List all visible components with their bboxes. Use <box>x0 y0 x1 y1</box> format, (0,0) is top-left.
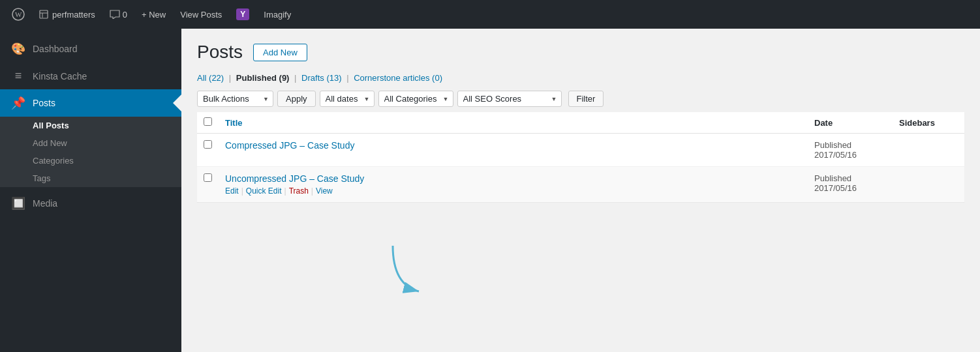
categories-wrapper: All Categories <box>378 91 453 107</box>
row2-title-cell: Uncompressed JPG – Case Study Edit | Qui… <box>219 167 808 203</box>
row1-checkbox-cell <box>197 134 219 167</box>
imagify-button[interactable]: Imagify <box>258 0 296 29</box>
bulk-actions-wrapper: Bulk Actions Edit Move to Trash <box>197 91 273 107</box>
row1-date-cell: Published 2017/05/16 <box>808 134 893 167</box>
arrow-annotation <box>380 239 458 298</box>
seo-wrapper: All SEO Scores Good OK Bad Not set <box>457 91 562 107</box>
filter-button[interactable]: Filter <box>568 91 604 107</box>
row2-view-link[interactable]: View <box>316 186 333 196</box>
row2-edit-link[interactable]: Edit <box>225 186 239 196</box>
sidebar-item-dashboard[interactable]: 🎨 Dashboard <box>0 35 181 63</box>
sidebar: 🎨 Dashboard ≡ Kinsta Cache 📌 Posts All P… <box>0 29 181 352</box>
col-select-all-header <box>197 112 219 134</box>
row1-sidebars-cell <box>893 134 964 167</box>
site-name-button[interactable]: perfmatters <box>34 0 100 29</box>
site-name-label: perfmatters <box>52 10 95 20</box>
col-sidebars-header: Sidebars <box>893 112 964 134</box>
sidebar-item-categories[interactable]: Categories <box>0 152 181 169</box>
row2-trash-link[interactable]: Trash <box>289 186 309 196</box>
wp-logo-button[interactable]: W <box>7 0 30 29</box>
row1-date-val: 2017/05/16 <box>814 150 857 160</box>
sidebar-item-media[interactable]: 🔲 Media <box>0 190 181 217</box>
sidebar-item-all-posts[interactable]: All Posts <box>0 117 181 134</box>
new-label: + New <box>142 10 166 20</box>
col-title-header: Title <box>219 112 808 134</box>
imagify-label: Imagify <box>264 10 291 20</box>
row2-checkbox[interactable] <box>204 173 212 182</box>
row2-date-val: 2017/05/16 <box>814 183 857 193</box>
posts-table: Title Date Sidebars Compres <box>197 112 964 202</box>
add-new-button[interactable]: Add New <box>253 44 307 61</box>
page-header: Posts Add New <box>197 42 964 63</box>
media-icon: 🔲 <box>10 196 26 211</box>
seo-select[interactable]: All SEO Scores Good OK Bad Not set <box>457 91 562 107</box>
row2-actions: Edit | Quick Edit | Trash | View <box>225 186 801 196</box>
table-row: Compressed JPG – Case Study Published 20… <box>197 134 964 167</box>
svg-text:W: W <box>15 10 22 18</box>
yoast-icon: Y <box>236 8 249 20</box>
row1-title-link[interactable]: Compressed JPG – Case Study <box>225 140 354 151</box>
comments-button[interactable]: 0 <box>104 0 132 29</box>
sidebar-item-posts-label: Posts <box>33 98 55 108</box>
posts-submenu: All Posts Add New Categories Tags <box>0 117 181 187</box>
table-row: Uncompressed JPG – Case Study Edit | Qui… <box>197 167 964 203</box>
view-posts-label: View Posts <box>180 10 222 20</box>
yoast-button[interactable]: Y <box>231 0 254 29</box>
row2-title-link[interactable]: Uncompressed JPG – Case Study <box>225 173 364 184</box>
admin-bar: W perfmatters 0 + New View Posts Y Imagi… <box>0 0 980 29</box>
sidebar-item-add-new[interactable]: Add New <box>0 134 181 152</box>
posts-icon: 📌 <box>10 96 26 110</box>
row1-checkbox[interactable] <box>204 140 212 149</box>
col-title-link[interactable]: Title <box>225 118 243 128</box>
sidebar-item-kinsta-cache[interactable]: ≡ Kinsta Cache <box>0 63 181 89</box>
comments-count: 0 <box>123 10 127 20</box>
select-all-checkbox[interactable] <box>204 117 212 126</box>
row2-date-status: Published <box>814 173 851 183</box>
new-content-button[interactable]: + New <box>136 0 171 29</box>
row2-sidebars-cell <box>893 167 964 203</box>
page-title: Posts <box>197 42 243 63</box>
filter-published-link[interactable]: Published (9) <box>236 73 290 83</box>
sidebar-item-tags[interactable]: Tags <box>0 169 181 187</box>
row1-date-status: Published <box>814 140 851 150</box>
tablenav: Bulk Actions Edit Move to Trash Apply Al… <box>197 91 964 107</box>
row1-title-cell: Compressed JPG – Case Study <box>219 134 808 167</box>
sidebar-item-kinsta-label: Kinsta Cache <box>33 71 87 81</box>
kinsta-icon: ≡ <box>10 69 26 83</box>
col-date-header: Date <box>808 112 893 134</box>
dates-select[interactable]: All dates 2017/05 <box>320 91 375 107</box>
bulk-actions-select[interactable]: Bulk Actions Edit Move to Trash <box>197 91 273 107</box>
dates-wrapper: All dates 2017/05 <box>320 91 375 107</box>
row2-quick-edit-link[interactable]: Quick Edit <box>246 186 282 196</box>
filter-links: All (22) | Published (9) | Drafts (13) |… <box>197 73 964 83</box>
view-posts-button[interactable]: View Posts <box>175 0 227 29</box>
sidebar-item-dashboard-label: Dashboard <box>33 44 78 54</box>
dashboard-icon: 🎨 <box>10 42 26 56</box>
sidebar-item-posts[interactable]: 📌 Posts <box>0 89 181 117</box>
posts-table-wrapper: Title Date Sidebars Compres <box>197 112 964 202</box>
row2-date-cell: Published 2017/05/16 <box>808 167 893 203</box>
filter-all-link[interactable]: All (22) <box>197 73 224 83</box>
main-content: Posts Add New All (22) | Published (9) |… <box>181 29 980 352</box>
categories-select[interactable]: All Categories <box>378 91 453 107</box>
sidebar-item-media-label: Media <box>33 198 57 209</box>
svg-rect-2 <box>40 10 48 18</box>
filter-drafts-link[interactable]: Drafts (13) <box>301 73 341 83</box>
row2-checkbox-cell <box>197 167 219 203</box>
filter-cornerstone-link[interactable]: Cornerstone articles (0) <box>354 73 442 83</box>
apply-button[interactable]: Apply <box>277 91 316 107</box>
